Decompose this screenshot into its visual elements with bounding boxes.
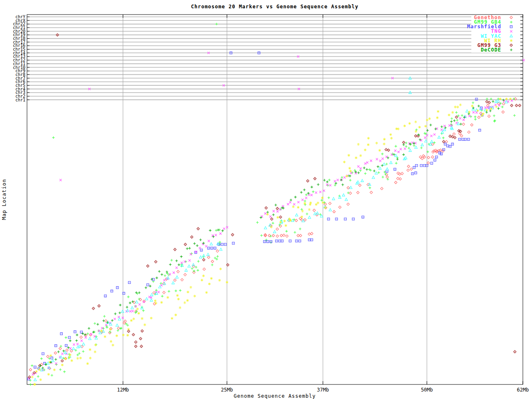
scatter-point [332,197,335,200]
scatter-point [396,158,399,160]
scatter-point [379,149,381,152]
scatter-point [155,289,158,291]
scatter-point [179,289,182,292]
scatter-point [141,317,143,320]
scatter-point [431,140,433,143]
scatter-point [513,114,516,117]
scatter-point [39,378,42,381]
scatter-point [138,312,140,315]
scatter-point [342,184,344,186]
x-tick-label: 25Mb [221,387,233,393]
scatter-point [294,196,297,198]
scatter-point [128,281,131,283]
scatter-point [424,132,426,135]
scatter-point [52,359,54,362]
scatter-point [42,352,44,355]
scatter-point [502,111,504,113]
scatter-point [427,162,429,164]
scatter-point [188,247,191,249]
scatter-point [381,153,384,155]
scatter-point [429,124,432,126]
scatter-point [338,196,341,198]
scatter-point [326,181,328,183]
scatter-point [210,243,212,245]
series-gm99-gb4 [29,98,516,386]
scatter-point [402,143,405,146]
scatter-point [357,191,359,194]
scatter-point [402,153,405,156]
scatter-point [347,192,350,194]
scatter-point [393,153,395,156]
scatter-point [150,296,152,298]
scatter-point [407,169,409,171]
scatter-point [119,304,121,306]
scatter-point [349,179,352,181]
scatter-point [209,229,212,232]
scatter-point [455,116,458,118]
scatter-point [271,218,273,220]
scatter-point [65,336,67,339]
scatter-point [501,106,504,108]
scatter-point [76,343,79,345]
scatter-point [383,143,385,145]
scatter-point [313,209,315,212]
scatter-point [112,344,114,346]
scatter-point [102,320,105,322]
scatter-point [193,242,196,245]
scatter-point [453,133,455,135]
scatter-point [370,160,372,162]
scatter-point [61,353,63,355]
scatter-point [278,240,281,242]
scatter-point [413,166,415,168]
scatter-point [268,234,271,237]
scatter-point [86,362,89,365]
chart-window: Chromosome 20 Markers vs Genome Sequence… [0,0,532,399]
scatter-point [468,113,470,115]
scatter-point [369,169,372,171]
scatter-point [276,210,278,212]
scatter-point [448,113,451,116]
scatter-point [218,279,221,281]
scatter-point [355,156,357,159]
scatter-point [368,168,371,171]
x-tick-label: 12Mb [117,387,129,393]
scatter-point [62,350,65,352]
scatter-point [323,201,325,204]
scatter-point [404,125,406,127]
scatter-point [350,170,352,172]
scatter-point [273,230,276,233]
scatter-point [431,162,433,164]
scatter-point [273,210,275,212]
scatter-point [426,119,429,121]
scatter-point [269,235,272,237]
scatter-point [31,365,33,367]
scatter-point [70,350,72,352]
scatter-point [106,326,108,329]
scatter-point [272,214,275,216]
scatter-point [360,167,362,170]
scatter-point [429,117,431,120]
scatter-point [347,187,350,189]
scatter-point [269,215,271,217]
scatter-point [186,299,189,302]
scatter-point [160,282,162,285]
scatter-point [223,228,225,230]
scatter-point [379,160,381,162]
scatter-point [31,376,34,378]
scatter-point [459,117,461,119]
scatter-point [51,357,53,359]
scatter-point [215,229,217,232]
y-axis-label: Map Location [1,179,7,220]
scatter-point [84,334,87,336]
scatter-point [310,194,313,196]
scatter-point [61,360,63,362]
scatter-point [98,305,100,307]
scatter-point [473,111,475,113]
scatter-point [256,221,259,224]
scatter-point [380,187,383,190]
scatter-point [310,239,313,241]
scatter-point [208,283,211,285]
scatter-point [184,273,186,276]
scatter-point [309,203,311,206]
scatter-point [386,167,388,170]
